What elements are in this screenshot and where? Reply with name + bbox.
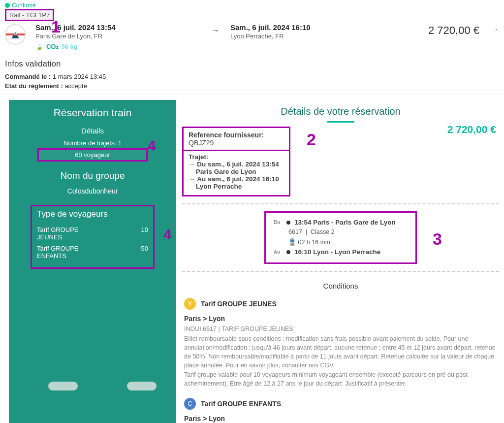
train-number: 6617	[288, 228, 302, 235]
train-small-icon: 🚆	[288, 239, 296, 246]
validation-title: Infos validation	[5, 59, 499, 69]
fare-name: Tarif GROUPE ENFANTS	[201, 400, 281, 408]
fare-name: Tarif GROUPE JEUNES	[201, 300, 277, 308]
ordered-value: 1 mars 2024 13:45	[53, 73, 106, 80]
traveler-types-box: Type de voyageurs Tarif GROUPE JEUNES 10…	[31, 205, 155, 269]
class-label: Classe 2	[311, 228, 335, 235]
co2-value: 96 kg	[62, 43, 78, 50]
status-text: Confirmé	[12, 2, 36, 9]
schedule-departure: 13:54 Paris - Paris Gare de Lyon	[294, 219, 396, 226]
arrival-location: Lyon Perrache, FR	[230, 33, 396, 40]
arrow-icon: →	[201, 23, 230, 35]
traveler-type-row: Tarif GROUPE ENFANTS 50	[37, 243, 148, 261]
fare-sub: INOUI 6617 | TARIF GROUPE JEUNES	[184, 325, 497, 334]
ref-value: QBJZ29	[189, 139, 214, 147]
total-price: 2 720,00 €	[396, 23, 479, 37]
traveler-type-name: Tarif GROUPE JEUNES	[37, 226, 96, 241]
chevron-up-icon[interactable]: ⌃	[479, 23, 499, 35]
booking-status: Confirmé	[5, 2, 499, 9]
sidebar-details-label: Détails	[9, 124, 176, 138]
divider	[182, 203, 499, 204]
rail-tag: Rail - TGL1P7	[5, 9, 54, 21]
supplier-ref-box: Reference fournisseur: QBJZ29 2	[182, 127, 290, 151]
details-panel: Détails de votre réservation 2 720,00 € …	[176, 100, 499, 423]
annotation-1: 1	[51, 17, 61, 36]
traveler-type-row: Tarif GROUPE JEUNES 10	[37, 224, 148, 243]
divider	[182, 271, 499, 272]
fare-text: Billet remboursable sous conditions : mo…	[184, 334, 497, 388]
duration: 02 h 16 min	[298, 239, 330, 246]
sidebar-travelers: 60 voyageur	[39, 150, 146, 160]
to-loc: Lyon Perrache	[196, 183, 242, 190]
arrow-icon: →	[189, 161, 195, 168]
schedule-box: Du 13:54 Paris - Paris Gare de Lyon 6617…	[264, 211, 417, 264]
traveler-types-title: Type de voyageurs	[37, 209, 148, 224]
annotation-4a: 4	[148, 137, 156, 154]
train-avatar-icon	[5, 24, 26, 45]
details-title: Détails de votre réservation	[182, 100, 499, 120]
svg-rect-0	[14, 33, 17, 35]
fare-badge-icon: C	[184, 398, 196, 410]
dot-icon	[286, 221, 290, 225]
conditions-title: Conditions	[182, 279, 499, 295]
fare-route: Paris > Lyon	[184, 310, 497, 325]
trajet-label: Trajet:	[189, 153, 211, 161]
group-label: Nom du groupe	[9, 162, 176, 185]
arrival-datetime: Sam., 6 juil. 2024 16:10	[230, 23, 396, 32]
traveler-type-count: 10	[141, 226, 148, 241]
fare-route: Paris > Lyon	[184, 410, 497, 423]
leaf-icon: 🍃	[35, 43, 43, 50]
train-illustration	[9, 367, 176, 423]
traveler-type-count: 50	[141, 245, 148, 260]
dot-icon	[286, 250, 290, 254]
ref-label: Reference fournisseur:	[189, 131, 264, 139]
traveler-type-name: Tarif GROUPE ENFANTS	[37, 245, 96, 260]
schedule-au-label: Au	[274, 249, 283, 255]
to-dt: sam., 6 juil. 2024 16:10	[208, 175, 279, 183]
payment-label: Etat du règlement :	[5, 82, 63, 90]
trajet-box: Trajet: → Du sam., 6 juil. 2024 13:54 Pa…	[182, 151, 290, 196]
validation-info: Infos validation Commandé le : 1 mars 20…	[0, 55, 504, 95]
schedule-arrival: 16:10 Lyon - Lyon Perrache	[294, 248, 380, 256]
co2-label: CO₂	[46, 43, 59, 50]
from-label: Du	[197, 161, 206, 168]
sidebar-title: Réservation train	[9, 100, 176, 124]
title-underline	[327, 121, 354, 123]
annotation-4b: 4	[163, 226, 172, 243]
sidebar-panel: Réservation train Détails Nombre de traj…	[9, 100, 176, 423]
annotation-3: 3	[433, 229, 442, 249]
to-label: Au	[197, 175, 206, 183]
group-name: Colosdubonheur	[9, 185, 176, 200]
payment-value: accepté	[64, 82, 87, 90]
from-loc: Paris Gare de Lyon	[196, 168, 256, 175]
from-dt: sam., 6 juil. 2024 13:54	[208, 161, 279, 168]
arrow-icon: →	[189, 175, 195, 183]
annotation-2: 2	[307, 130, 316, 149]
fare-block: YTarif GROUPE JEUNESParis > LyonINOUI 66…	[182, 295, 499, 395]
ordered-label: Commandé le :	[5, 73, 51, 80]
fare-block: CTarif GROUPE ENFANTSParis > LyonINOUI 6…	[182, 395, 499, 423]
status-dot-icon	[5, 3, 10, 8]
fare-badge-icon: Y	[184, 298, 196, 310]
trip-summary-row[interactable]: Sam., 6 juil. 2024 13:54 Paris Gare de L…	[0, 21, 504, 55]
schedule-du-label: Du	[274, 220, 283, 225]
